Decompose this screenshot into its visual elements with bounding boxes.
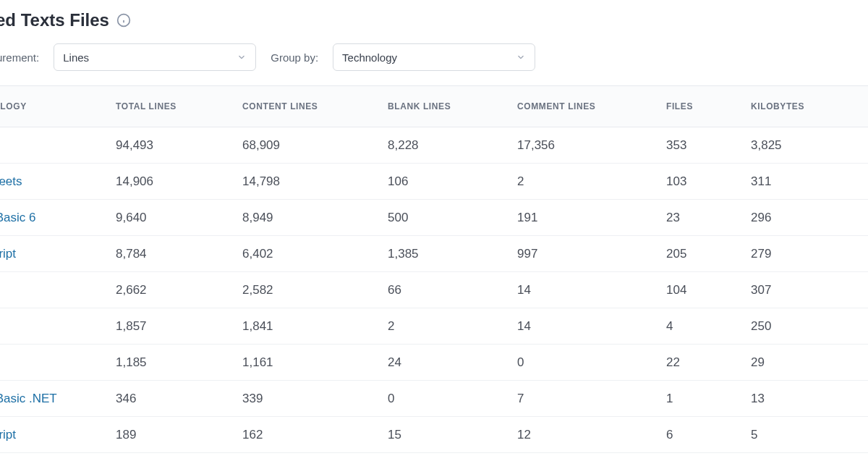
- table-header: ECHNOLOGY TOTAL LINES CONTENT LINES BLAN…: [0, 86, 868, 127]
- cell-files: 4: [663, 319, 748, 334]
- cell-total: 1,185: [113, 355, 239, 370]
- col-kilobytes[interactable]: KILOBYTES: [748, 101, 832, 111]
- table-row: avascript189162151265: [0, 417, 868, 453]
- cell-total: 189: [113, 428, 239, 442]
- technology-link[interactable]: ypescript: [0, 247, 113, 261]
- cell-files: 103: [663, 174, 748, 189]
- measurement-label: f Measurement:: [0, 51, 39, 64]
- cell-content: 2,582: [239, 283, 385, 297]
- groupby-label: Group by:: [271, 51, 318, 64]
- cell-kb: 29: [748, 355, 832, 370]
- col-content-lines[interactable]: CONTENT LINES: [239, 101, 385, 111]
- table-row: TML2,6622,5826614104307: [0, 272, 868, 308]
- cell-content: 8,949: [239, 211, 385, 225]
- cell-comment: 14: [514, 283, 663, 297]
- cell-blank: 66: [385, 283, 514, 297]
- cell-content: 1,161: [239, 355, 385, 370]
- measurement-select[interactable]: Lines: [54, 43, 256, 71]
- table-row: tylesheets14,90614,7981062103311: [0, 164, 868, 200]
- cell-kb: 296: [748, 211, 832, 225]
- cell-files: 22: [663, 355, 748, 370]
- cell-comment: 17,356: [514, 138, 663, 153]
- cell-comment: 0: [514, 355, 663, 370]
- col-technology[interactable]: ECHNOLOGY: [0, 101, 113, 111]
- cell-content: 14,798: [239, 174, 385, 189]
- cell-total: 9,640: [113, 211, 239, 225]
- cell-comment: 7: [514, 392, 663, 406]
- cell-kb: 5: [748, 428, 832, 442]
- cell-kb: 13: [748, 392, 832, 406]
- cell-total: 8,784: [113, 247, 239, 261]
- measurement-value: Lines: [63, 51, 89, 64]
- col-comment-lines[interactable]: COMMENT LINES: [514, 101, 663, 111]
- cell-blank: 15: [385, 428, 514, 442]
- technology-link[interactable]: tylesheets: [0, 174, 113, 189]
- cell-total: 14,906: [113, 174, 239, 189]
- cell-kb: 250: [748, 319, 832, 334]
- technology-link[interactable]: Sharp: [0, 138, 113, 153]
- cell-files: 1: [663, 392, 748, 406]
- cell-blank: 0: [385, 392, 514, 406]
- cell-total: 1,857: [113, 319, 239, 334]
- cell-blank: 8,228: [385, 138, 514, 153]
- cell-files: 23: [663, 211, 748, 225]
- col-blank-lines[interactable]: BLANK LINES: [385, 101, 514, 111]
- cell-total: 346: [113, 392, 239, 406]
- table-row: isual Basic 69,6408,94950019123296: [0, 200, 868, 236]
- chevron-down-icon: [237, 52, 247, 62]
- col-total-lines[interactable]: TOTAL LINES: [113, 101, 239, 111]
- cell-kb: 279: [748, 247, 832, 261]
- technology-link[interactable]: ML: [0, 319, 113, 334]
- info-icon[interactable]: [116, 13, 131, 28]
- cell-total: 2,662: [113, 283, 239, 297]
- technology-link[interactable]: avascript: [0, 428, 113, 442]
- cell-comment: 191: [514, 211, 663, 225]
- technology-link[interactable]: TML: [0, 283, 113, 297]
- cell-blank: 2: [385, 319, 514, 334]
- data-table: ECHNOLOGY TOTAL LINES CONTENT LINES BLAN…: [0, 85, 868, 453]
- table-row: ypescript8,7846,4021,385997205279: [0, 236, 868, 272]
- technology-link[interactable]: isual Basic .NET: [0, 392, 113, 406]
- cell-files: 205: [663, 247, 748, 261]
- cell-content: 68,909: [239, 138, 385, 153]
- cell-content: 339: [239, 392, 385, 406]
- page-title: ntified Texts Files: [0, 10, 109, 30]
- cell-blank: 500: [385, 211, 514, 225]
- cell-content: 162: [239, 428, 385, 442]
- technology-link[interactable]: isual Basic 6: [0, 211, 113, 225]
- cell-content: 1,841: [239, 319, 385, 334]
- table-row: ML1,8571,8412144250: [0, 308, 868, 345]
- cell-kb: 307: [748, 283, 832, 297]
- col-files[interactable]: FILES: [663, 101, 748, 111]
- technology-link[interactable]: SON: [0, 355, 113, 370]
- cell-total: 94,493: [113, 138, 239, 153]
- cell-files: 353: [663, 138, 748, 153]
- cell-blank: 106: [385, 174, 514, 189]
- groupby-value: Technology: [342, 51, 397, 64]
- table-row: Sharp94,49368,9098,22817,3563533,825: [0, 127, 868, 164]
- cell-content: 6,402: [239, 247, 385, 261]
- cell-kb: 311: [748, 174, 832, 189]
- cell-files: 6: [663, 428, 748, 442]
- cell-comment: 997: [514, 247, 663, 261]
- cell-comment: 12: [514, 428, 663, 442]
- cell-comment: 14: [514, 319, 663, 334]
- cell-comment: 2: [514, 174, 663, 189]
- table-row: SON1,1851,1612402229: [0, 345, 868, 381]
- cell-kb: 3,825: [748, 138, 832, 153]
- chevron-down-icon: [516, 52, 526, 62]
- cell-blank: 1,385: [385, 247, 514, 261]
- cell-blank: 24: [385, 355, 514, 370]
- cell-files: 104: [663, 283, 748, 297]
- groupby-select[interactable]: Technology: [333, 43, 535, 71]
- table-row: isual Basic .NET34633907113: [0, 381, 868, 417]
